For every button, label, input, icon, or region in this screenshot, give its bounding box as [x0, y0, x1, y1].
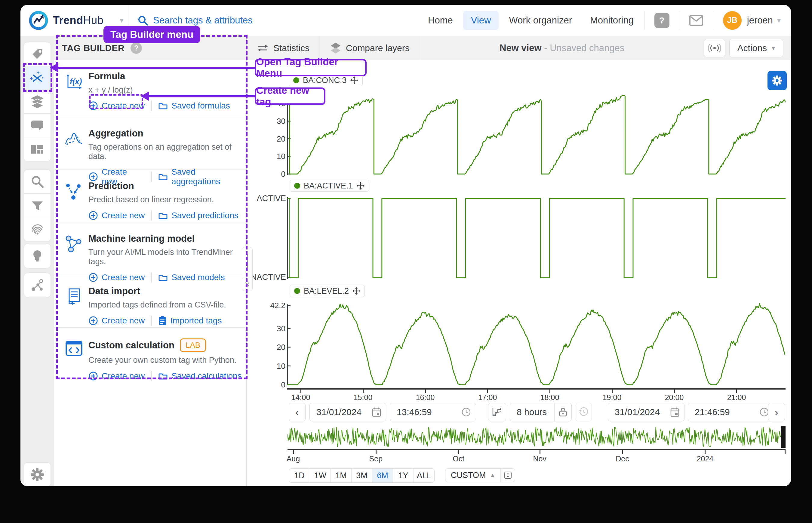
- imported-tags-link[interactable]: Imported tags: [158, 316, 222, 326]
- range-all[interactable]: ALL: [413, 469, 434, 483]
- sidebar-item-search[interactable]: [24, 170, 51, 194]
- range-1m[interactable]: 1M: [331, 469, 351, 483]
- month-label-Oct: Oct: [445, 454, 472, 463]
- range-3m[interactable]: 3M: [351, 469, 372, 483]
- svg-text:+: +: [37, 70, 39, 75]
- live-mode-button[interactable]: [704, 39, 725, 57]
- search-input[interactable]: [153, 15, 321, 26]
- sidebar-item-filter[interactable]: [24, 194, 51, 217]
- overview-strip[interactable]: [287, 426, 785, 448]
- clipboard-icon: [158, 316, 166, 326]
- tag-builder-title: TAG BUILDER: [62, 43, 124, 53]
- nav-work-organizer[interactable]: Work organizer: [501, 11, 580, 30]
- help-icon[interactable]: ?: [654, 13, 669, 28]
- level-active: ACTIVE: [247, 194, 286, 203]
- tag-color-dot: [294, 288, 300, 294]
- user-menu-caret-icon[interactable]: ▾: [777, 16, 781, 25]
- chart-type-button[interactable]: [488, 403, 506, 421]
- chart-settings-button[interactable]: [767, 71, 787, 90]
- plus-circle-icon: [88, 211, 98, 220]
- saved-predictions-link[interactable]: Saved predictions: [158, 211, 239, 220]
- sidebar-item-recommendations[interactable]: [24, 244, 51, 268]
- sidebar-item-context[interactable]: [24, 273, 51, 297]
- panel-resize-handle[interactable]: [242, 247, 253, 278]
- range-1w[interactable]: 1W: [310, 469, 331, 483]
- chart-ba-active-1: [287, 196, 785, 280]
- range-1d[interactable]: 1D: [289, 469, 310, 483]
- ml-model-icon: [65, 235, 83, 253]
- range-6m[interactable]: 6M: [372, 469, 393, 483]
- svg-text:−: −: [36, 80, 39, 85]
- sidebar-item-comments[interactable]: [24, 114, 51, 137]
- nav-home[interactable]: Home: [420, 11, 461, 30]
- avatar[interactable]: JB: [723, 11, 742, 30]
- icon-sidebar: + ÷ * −: [20, 36, 54, 486]
- context-graph-icon: [30, 278, 44, 292]
- sidebar-item-dashboard[interactable]: [24, 137, 51, 161]
- create-new-import-link[interactable]: Create new: [88, 316, 145, 326]
- month-tick-Oct: [458, 450, 459, 454]
- history-button[interactable]: [576, 403, 592, 421]
- section-ml-model: Machine learning model Turn your AI/ML m…: [54, 222, 246, 275]
- nav-view[interactable]: View: [463, 11, 499, 30]
- mail-button[interactable]: [689, 15, 703, 26]
- calendar-icon: [670, 407, 679, 417]
- user-name[interactable]: jeroen: [747, 15, 773, 26]
- x-label-15:00: 15:00: [350, 393, 376, 402]
- section-data-import: Data import Imported tags defined from a…: [54, 275, 246, 328]
- calendar-icon: [372, 407, 381, 417]
- history-icon: [579, 407, 589, 417]
- end-date-field[interactable]: 31/01/2024: [608, 403, 685, 421]
- move-icon[interactable]: [352, 287, 360, 295]
- actions-button[interactable]: Actions ▾: [729, 39, 783, 57]
- brand-caret-icon[interactable]: ▾: [120, 16, 124, 25]
- x-label-18:00: 18:00: [536, 393, 563, 402]
- sidebar-item-settings[interactable]: [24, 463, 51, 486]
- x-label-17:00: 17:00: [474, 393, 501, 402]
- move-icon[interactable]: [357, 182, 365, 190]
- sidebar-item-layers[interactable]: [24, 90, 51, 114]
- panel-collapse-button[interactable]: ✕: [242, 278, 253, 291]
- sidebar-item-tags[interactable]: [24, 42, 51, 66]
- tag-chip-ba-active-1[interactable]: BA:ACTIVE.1: [289, 180, 369, 192]
- tag-builder-help-icon[interactable]: ?: [130, 42, 142, 54]
- saved-calculations-link[interactable]: Saved calculations: [158, 371, 242, 381]
- section-title: Formula: [88, 71, 125, 82]
- range-1y[interactable]: 1Y: [393, 469, 413, 483]
- divider: [713, 12, 713, 30]
- overview-selection[interactable]: [781, 426, 785, 448]
- live-broadcast-icon: [708, 43, 721, 53]
- x-tick-15:00: [363, 390, 364, 393]
- gear-icon: [30, 467, 45, 482]
- start-time-field[interactable]: 13:46:59: [390, 403, 476, 421]
- global-search[interactable]: [128, 15, 420, 26]
- nav-monitoring[interactable]: Monitoring: [582, 11, 641, 30]
- pan-right-button[interactable]: ›: [768, 403, 785, 421]
- create-new-prediction-link[interactable]: Create new: [88, 211, 145, 220]
- plus-circle-icon: [88, 273, 98, 282]
- tag-builder-panel: f(x) Formula x + y / log(z) Create new: [54, 60, 247, 486]
- create-new-calculation-link[interactable]: Create new: [88, 371, 145, 381]
- plus-circle-icon: [88, 172, 98, 182]
- create-new-formula-link[interactable]: Create new: [88, 101, 145, 111]
- start-date-field[interactable]: 31/01/2024: [310, 403, 386, 421]
- annotation-open-tag-builder-menu: Open Tag Builder Menu: [255, 59, 367, 76]
- data-import-icon: [65, 288, 83, 306]
- create-new-model-link[interactable]: Create new: [88, 273, 145, 282]
- saved-models-link[interactable]: Saved models: [158, 273, 225, 282]
- sidebar-item-tag-builder[interactable]: + ÷ * −: [24, 66, 51, 90]
- tag-chip-ba-level-2[interactable]: BA:LEVEL.2: [289, 285, 365, 297]
- x-tick-18:00: [549, 390, 550, 393]
- prediction-icon: [65, 182, 83, 200]
- saved-formulas-link[interactable]: Saved formulas: [158, 101, 230, 111]
- expand-range-button[interactable]: [500, 469, 515, 482]
- folder-icon: [158, 273, 168, 282]
- sidebar-item-fingerprint[interactable]: [24, 217, 51, 241]
- duration-field[interactable]: 8 hours: [510, 403, 572, 421]
- pan-left-button[interactable]: ‹: [289, 403, 305, 421]
- section-description: Create your own custom tag with Python.: [88, 356, 246, 365]
- actions-label: Actions: [737, 43, 767, 53]
- section-description: Tag operations on an aggregation set of …: [88, 143, 246, 161]
- custom-range-button[interactable]: CUSTOM ▲: [445, 469, 500, 482]
- end-time-field[interactable]: 21:46:59: [688, 403, 774, 421]
